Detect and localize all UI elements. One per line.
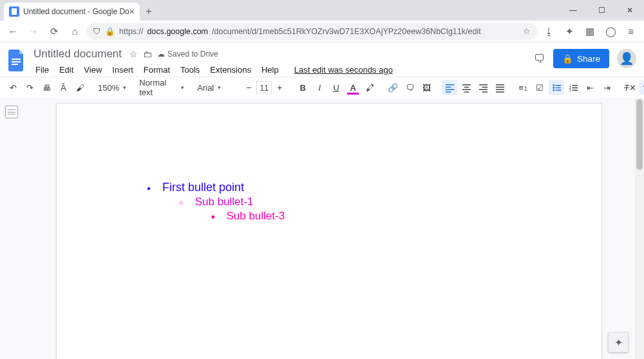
comment-history-icon[interactable]: 🗨 [534,52,545,66]
menu-edit[interactable]: Edit [55,63,78,77]
close-tab-icon[interactable]: × [129,6,135,17]
document-page[interactable]: First bullet point Sub bullet-1 Sub bull… [56,103,602,359]
docs-favicon [9,6,19,17]
lock-icon: 🔒 [105,26,115,36]
svg-point-3 [553,84,554,86]
highlight-button[interactable]: 🖍 [362,80,377,95]
account-avatar[interactable]: 👤 [617,49,636,68]
scroll-thumb[interactable] [636,99,643,170]
bullet-3-text[interactable]: Sub bullet-3 [226,210,285,223]
menu-extensions[interactable]: Extensions [205,63,256,77]
bullet-level-1[interactable]: First bullet point [147,181,537,194]
bulleted-list-button[interactable] [549,80,564,95]
insert-comment-button[interactable]: 🗨 [402,80,417,95]
align-center-button[interactable] [459,80,474,95]
align-justify-button[interactable] [492,80,507,95]
download-icon[interactable]: ⭳ [540,23,558,41]
document-outline-button[interactable] [5,106,18,118]
bold-button[interactable]: B [295,80,310,95]
menu-file[interactable]: File [31,63,53,77]
window-controls: — ☐ ✕ [559,0,644,21]
bullet-level-2[interactable]: Sub bullet-1 [179,196,537,208]
menu-tools[interactable]: Tools [176,63,204,77]
save-state-text: Saved to Drive [167,50,218,59]
last-edit-link[interactable]: Last edit was seconds ago [290,63,397,77]
style-select[interactable]: Normal text [137,78,187,97]
extension-icon-1[interactable]: ✦ [560,23,578,41]
workspace: First bullet point Sub bullet-1 Sub bull… [0,98,644,359]
bullet-2-text[interactable]: Sub bullet-1 [195,196,254,208]
numbered-list-button[interactable]: 123 [565,80,581,95]
font-size-minus[interactable]: − [241,80,256,95]
align-left-button[interactable] [442,80,457,95]
move-icon[interactable]: 🗀 [143,49,152,59]
share-label: Share [577,54,600,64]
editing-mode-button[interactable]: ✎▾ [639,81,644,95]
url-host: docs.google.com [147,27,209,36]
undo-button[interactable]: ↶ [5,80,21,95]
font-size-value[interactable]: 11 [256,81,272,94]
style-value: Normal text [139,78,177,97]
bookmark-star-icon[interactable]: ☆ [523,26,531,36]
font-value: Arial [197,83,214,93]
maximize-button[interactable]: ☐ [587,0,616,21]
page-scroll-area[interactable]: First bullet point Sub bullet-1 Sub bull… [23,98,635,359]
docs-logo[interactable] [5,49,28,72]
increase-indent-button[interactable]: ⇥ [599,80,614,95]
svg-point-5 [553,89,554,91]
font-select[interactable]: Arial [194,83,233,93]
reload-button[interactable]: ⟳ [45,23,63,41]
redo-button[interactable]: ↷ [22,80,37,95]
share-button[interactable]: 🔒 Share [553,49,609,68]
paint-format-button[interactable]: 🖌 [72,80,88,95]
forward-button[interactable]: → [24,23,43,41]
url-protocol: https:// [119,27,144,36]
menu-help[interactable]: Help [257,63,283,77]
clear-formatting-button[interactable]: T✕ [622,80,638,95]
svg-point-4 [553,87,554,89]
decrease-indent-button[interactable]: ⇤ [582,80,598,95]
bullet-1-text[interactable]: First bullet point [162,181,244,194]
underline-button[interactable]: U [328,80,344,95]
docs-header: Untitled document ☆ 🗀 ☁Saved to Drive Fi… [0,42,644,77]
print-button[interactable]: 🖶 [39,80,54,95]
insert-link-button[interactable]: 🔗 [385,80,401,95]
insert-image-button[interactable]: 🖼 [419,80,434,95]
align-right-button[interactable] [475,80,491,95]
menu-insert[interactable]: Insert [108,63,138,77]
italic-button[interactable]: I [312,80,327,95]
new-tab-button[interactable]: + [140,3,158,21]
home-button[interactable]: ⌂ [66,23,84,41]
menu-view[interactable]: View [79,63,106,77]
spellcheck-button[interactable]: Ǎ [55,80,71,95]
account-icon[interactable]: ◯ [601,23,620,41]
svg-rect-2 [12,64,18,65]
zoom-select[interactable]: 150% [95,83,129,93]
lock-icon: 🔒 [562,53,573,64]
url-path: /document/d/1meb5c51RkYOZrv3wD71E3XOAjYP… [212,27,481,36]
close-window-button[interactable]: ✕ [616,0,644,21]
browser-tab[interactable]: Untitled document - Google Do × [4,3,140,21]
line-spacing-button[interactable]: ≡↕ [515,80,531,95]
document-body[interactable]: First bullet point Sub bullet-1 Sub bull… [121,181,537,223]
minimize-button[interactable]: — [559,0,587,21]
vertical-scrollbar[interactable] [635,98,644,359]
menu-format[interactable]: Format [139,63,175,77]
text-color-button[interactable]: A [345,80,361,95]
star-icon[interactable]: ☆ [129,49,138,59]
checklist-button[interactable]: ☑ [532,80,547,95]
zoom-value: 150% [98,83,119,93]
url-field[interactable]: 🛡 🔒 https://docs.google.com/document/d/1… [86,23,537,40]
menubar: File Edit View Insert Format Tools Exten… [31,63,534,77]
address-bar: ← → ⟳ ⌂ 🛡 🔒 https://docs.google.com/docu… [0,21,644,42]
explore-button[interactable]: ✦ [608,332,629,353]
bullet-level-3[interactable]: Sub bullet-3 [211,210,537,223]
svg-text:3: 3 [569,89,571,92]
font-size-plus[interactable]: + [272,80,287,95]
menu-icon[interactable]: ≡ [622,23,640,41]
cloud-icon: ☁ [157,50,165,59]
document-title[interactable]: Untitled document [31,46,124,62]
back-button[interactable]: ← [4,23,22,41]
svg-rect-1 [12,61,21,62]
extension-icon-2[interactable]: ▦ [581,23,599,41]
